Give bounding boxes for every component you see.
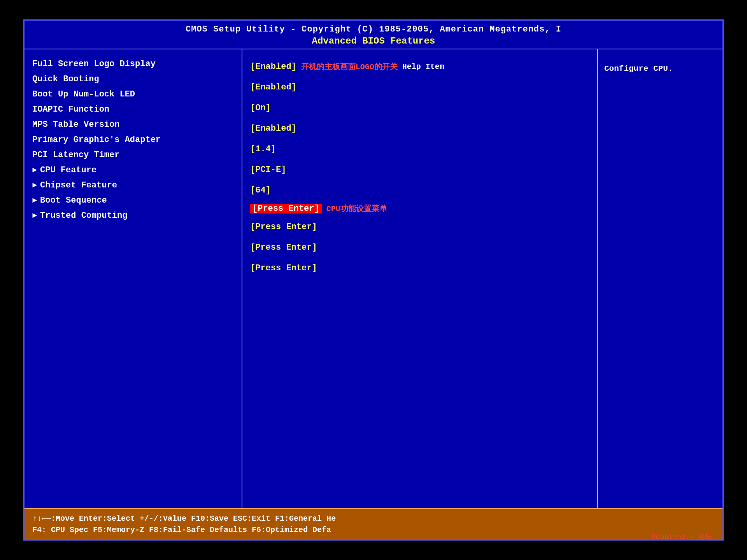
value-row-quick-booting: [Enabled]: [250, 77, 589, 98]
value-row-chipset-feature: [Press Enter]: [250, 217, 589, 237]
submenu-arrow-chipset: ►: [32, 181, 37, 190]
value-primary-graphics[interactable]: [PCI-E]: [250, 162, 286, 177]
bios-help-panel: Configure CPU.: [598, 49, 722, 508]
menu-item-quick-booting[interactable]: Quick Booting: [32, 72, 234, 87]
help-content: Configure CPU.: [604, 63, 716, 75]
footer-line1: ↑↓←→:Move Enter:Select +/-/:Value F10:Sa…: [32, 513, 715, 524]
bios-title-line2: Advanced BIOS Features: [25, 36, 722, 46]
value-trusted-computing[interactable]: [Press Enter]: [250, 261, 317, 276]
bios-main: Full Screen Logo Display Quick Booting B…: [25, 49, 722, 508]
value-quick-booting[interactable]: [Enabled]: [250, 80, 296, 95]
footer-line2: F4: CPU Spec F5:Memory-Z F8:Fail-Safe De…: [32, 524, 715, 536]
value-row-boot-num-lock: [On]: [250, 98, 589, 118]
menu-item-chipset-feature[interactable]: ► Chipset Feature: [32, 178, 234, 193]
menu-item-pci-latency[interactable]: PCI Latency Timer: [32, 147, 234, 163]
value-ioapic[interactable]: [Enabled]: [250, 121, 296, 136]
menu-item-chipset-feature-label: Chipset Feature: [40, 180, 117, 190]
value-row-primary-graphics: [PCI-E]: [250, 159, 589, 180]
menu-item-boot-sequence[interactable]: ► Boot Sequence: [32, 193, 234, 208]
value-row-ioapic: [Enabled]: [250, 118, 589, 139]
value-row-trusted-computing: [Press Enter]: [250, 258, 589, 278]
bios-screen: CMOS Setup Utility - Copyright (C) 1985-…: [23, 19, 724, 541]
bios-footer: ↑↓←→:Move Enter:Select +/-/:Value F10:Sa…: [25, 508, 722, 539]
value-boot-sequence[interactable]: [Press Enter]: [250, 240, 317, 255]
watermark-suffix: 论坛: [698, 533, 712, 541]
menu-item-boot-num-lock[interactable]: Boot Up Num-Lock LED: [32, 87, 234, 102]
menu-item-trusted-computing[interactable]: ► Trusted Computing: [32, 208, 234, 223]
value-row-boot-sequence: [Press Enter]: [250, 237, 589, 258]
watermark: PConline.— 论坛: [652, 532, 712, 541]
value-mps-table[interactable]: [1.4]: [250, 142, 276, 157]
value-chipset-feature[interactable]: [Press Enter]: [250, 219, 317, 234]
menu-item-cpu-feature[interactable]: ► CPU Feature: [32, 163, 234, 178]
menu-item-mps-table[interactable]: MPS Table Version: [32, 117, 234, 132]
value-row-mps-table: [1.4]: [250, 139, 589, 159]
value-pci-latency[interactable]: [64]: [250, 183, 271, 198]
watermark-text: PConline.—: [652, 533, 694, 541]
help-item-partial: Help Item: [402, 62, 444, 71]
value-row-full-screen-logo: [Enabled] 开机的主板画面LOGO的开关 Help Item: [250, 56, 589, 77]
menu-item-full-screen-logo[interactable]: Full Screen Logo Display: [32, 56, 234, 72]
submenu-arrow-boot: ►: [32, 196, 37, 205]
value-full-screen-logo[interactable]: [Enabled]: [250, 59, 296, 74]
submenu-arrow-trusted: ►: [32, 211, 37, 220]
menu-item-primary-graphics[interactable]: Primary Graphic's Adapter: [32, 132, 234, 147]
value-cpu-feature[interactable]: [Press Enter]: [250, 204, 322, 214]
annotation-full-screen-logo: 开机的主板画面LOGO的开关: [301, 61, 398, 72]
bios-menu-panel: Full Screen Logo Display Quick Booting B…: [25, 49, 242, 508]
bios-title-line1: CMOS Setup Utility - Copyright (C) 1985-…: [25, 24, 722, 34]
annotation-cpu-feature: CPU功能设置菜单: [326, 203, 387, 214]
value-row-cpu-feature: [Press Enter] CPU功能设置菜单: [250, 201, 589, 217]
submenu-arrow-cpu: ►: [32, 166, 37, 175]
bios-values-panel: [Enabled] 开机的主板画面LOGO的开关 Help Item [Enab…: [242, 49, 598, 508]
value-boot-num-lock[interactable]: [On]: [250, 100, 271, 116]
menu-item-ioapic[interactable]: IOAPIC Function: [32, 102, 234, 117]
bios-header: CMOS Setup Utility - Copyright (C) 1985-…: [25, 21, 722, 49]
value-row-pci-latency: [64]: [250, 180, 589, 201]
menu-item-trusted-computing-label: Trusted Computing: [40, 211, 127, 220]
menu-item-boot-sequence-label: Boot Sequence: [40, 196, 107, 205]
menu-item-cpu-feature-label: CPU Feature: [40, 165, 96, 175]
